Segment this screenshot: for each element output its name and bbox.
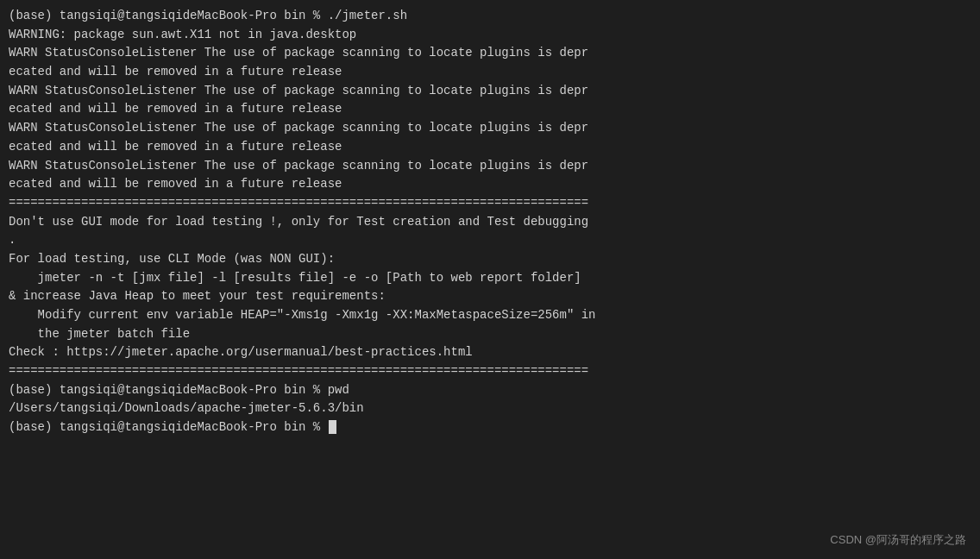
- terminal-line: ecated and will be removed in a future r…: [9, 63, 971, 82]
- terminal-line: ========================================…: [9, 194, 971, 213]
- terminal-line: WARN StatusConsoleListener The use of pa…: [9, 44, 971, 63]
- terminal-line: Check : https://jmeter.apache.org/userma…: [9, 343, 971, 362]
- cursor: [329, 420, 336, 434]
- terminal-line: WARN StatusConsoleListener The use of pa…: [9, 157, 971, 176]
- terminal-line: WARN StatusConsoleListener The use of pa…: [9, 82, 971, 101]
- terminal-line: Modify current env variable HEAP="-Xms1g…: [9, 306, 971, 325]
- terminal-window: (base) tangsiqi@tangsiqideMacBook-Pro bi…: [0, 0, 980, 559]
- terminal-line: ecated and will be removed in a future r…: [9, 138, 971, 157]
- terminal-line: (base) tangsiqi@tangsiqideMacBook-Pro bi…: [9, 418, 971, 437]
- terminal-line: (base) tangsiqi@tangsiqideMacBook-Pro bi…: [9, 381, 971, 400]
- terminal-line: WARN StatusConsoleListener The use of pa…: [9, 119, 971, 138]
- terminal-line: For load testing, use CLI Mode (was NON …: [9, 250, 971, 269]
- terminal-line: & increase Java Heap to meet your test r…: [9, 287, 971, 306]
- terminal-line: the jmeter batch file: [9, 325, 971, 344]
- terminal-line: ecated and will be removed in a future r…: [9, 100, 971, 119]
- terminal-line: ========================================…: [9, 362, 971, 381]
- terminal-line: jmeter -n -t [jmx file] -l [results file…: [9, 269, 971, 288]
- terminal-line: ecated and will be removed in a future r…: [9, 175, 971, 194]
- watermark: CSDN @阿汤哥的程序之路: [830, 531, 966, 549]
- terminal-line: .: [9, 231, 971, 250]
- terminal-line: WARNING: package sun.awt.X11 not in java…: [9, 26, 971, 45]
- terminal-line: Don't use GUI mode for load testing !, o…: [9, 213, 971, 232]
- terminal-line: /Users/tangsiqi/Downloads/apache-jmeter-…: [9, 399, 971, 418]
- terminal-line: (base) tangsiqi@tangsiqideMacBook-Pro bi…: [9, 7, 971, 26]
